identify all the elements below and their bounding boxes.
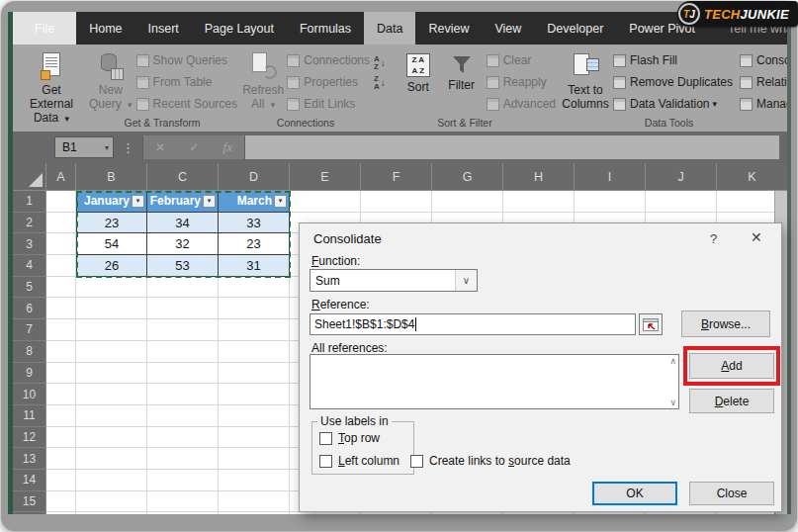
- name-box[interactable]: B1 ▾: [54, 136, 114, 158]
- cell-A10[interactable]: [46, 384, 76, 405]
- filter-dropdown-button[interactable]: ▾: [203, 195, 216, 208]
- column-header-H[interactable]: H: [503, 163, 575, 191]
- tab-page-layout[interactable]: Page Layout: [192, 12, 287, 44]
- create-links-option[interactable]: Create links to source data: [410, 454, 571, 468]
- cell-A15[interactable]: [46, 491, 76, 513]
- cell-B9[interactable]: [76, 363, 147, 385]
- column-header-E[interactable]: E: [290, 163, 361, 191]
- delete-button[interactable]: Delete: [689, 389, 774, 413]
- cell-B8[interactable]: [76, 341, 147, 363]
- dialog-close-icon[interactable]: ✕: [751, 229, 762, 245]
- cell-A2[interactable]: [46, 213, 76, 234]
- cell-B4[interactable]: 26: [76, 255, 147, 277]
- row-header-12[interactable]: 12: [13, 427, 46, 449]
- name-box-dropdown-icon[interactable]: ▾: [105, 143, 109, 152]
- column-header-K[interactable]: K: [717, 163, 787, 191]
- cell-A4[interactable]: [46, 255, 76, 277]
- column-header-F[interactable]: F: [361, 163, 432, 191]
- cell-D4[interactable]: 31: [219, 255, 290, 277]
- filter-big-button[interactable]: Filter: [439, 47, 485, 93]
- get-external-data-button[interactable]: Get External Data ▾: [20, 47, 83, 125]
- sort-descending-button[interactable]: Z A↓: [374, 73, 398, 93]
- cell-B6[interactable]: [76, 298, 147, 319]
- row-header-16[interactable]: 16: [13, 512, 46, 514]
- row-header-15[interactable]: 15: [13, 491, 46, 513]
- cell-A6[interactable]: [46, 298, 76, 319]
- column-header-A[interactable]: A: [46, 163, 76, 191]
- tab-formulas[interactable]: Formulas: [287, 12, 364, 44]
- column-header-G[interactable]: G: [432, 163, 503, 191]
- column-header-J[interactable]: J: [646, 163, 717, 191]
- all-references-listbox[interactable]: ∧ ∨: [310, 354, 679, 409]
- insert-function-icon[interactable]: fx: [223, 139, 232, 155]
- cell-C4[interactable]: 53: [147, 255, 219, 277]
- row-header-9[interactable]: 9: [13, 363, 46, 385]
- row-header-10[interactable]: 10: [13, 384, 46, 405]
- combo-chevron-icon[interactable]: ∨: [455, 270, 477, 291]
- cell-D12[interactable]: [219, 427, 290, 449]
- row-header-5[interactable]: 5: [13, 277, 46, 299]
- column-header-D[interactable]: D: [219, 163, 290, 191]
- cell-B14[interactable]: [76, 470, 147, 491]
- cell-B15[interactable]: [76, 491, 147, 513]
- cell-D7[interactable]: [219, 319, 290, 341]
- cell-I1[interactable]: [575, 191, 646, 213]
- cell-D1[interactable]: March▾: [219, 191, 290, 213]
- cell-G1[interactable]: [432, 191, 503, 213]
- filter-dropdown-button[interactable]: ▾: [132, 195, 144, 208]
- cell-A14[interactable]: [46, 470, 76, 491]
- cell-D14[interactable]: [219, 470, 290, 491]
- cell-D10[interactable]: [219, 384, 290, 405]
- collapse-dialog-button[interactable]: [639, 313, 663, 335]
- cell-C8[interactable]: [147, 341, 219, 363]
- top-row-option[interactable]: Top row: [319, 431, 380, 445]
- data-validation-button[interactable]: Data Validation▾: [611, 93, 738, 115]
- consolidate-button[interactable]: Consolidate: [738, 49, 787, 71]
- cell-A11[interactable]: [46, 405, 76, 427]
- row-header-14[interactable]: 14: [13, 470, 46, 491]
- cell-D8[interactable]: [219, 341, 290, 363]
- cell-C2[interactable]: 34: [147, 213, 219, 234]
- cell-D13[interactable]: [219, 448, 290, 470]
- formula-input[interactable]: [245, 135, 779, 159]
- flash-fill-button[interactable]: Flash Fill: [611, 49, 738, 71]
- cell-E1[interactable]: [290, 191, 361, 213]
- show-queries-button[interactable]: Show Queries: [134, 49, 237, 71]
- tab-data[interactable]: Data: [364, 12, 415, 44]
- left-column-option[interactable]: Left column: [319, 454, 399, 468]
- cell-B11[interactable]: [76, 405, 147, 427]
- tab-review[interactable]: Review: [415, 12, 482, 44]
- cell-C6[interactable]: [147, 298, 219, 319]
- row-header-3[interactable]: 3: [13, 233, 46, 255]
- cell-E16[interactable]: [290, 512, 361, 514]
- cell-D15[interactable]: [219, 491, 290, 513]
- create-links-checkbox[interactable]: [410, 455, 423, 468]
- cell-H16[interactable]: [503, 512, 575, 514]
- edit-links-button[interactable]: Edit Links: [285, 93, 370, 115]
- relationships-button[interactable]: Relationships: [738, 71, 787, 93]
- browse-button[interactable]: Browse...: [681, 310, 770, 337]
- scroll-up-icon[interactable]: ∧: [669, 356, 676, 366]
- cell-D3[interactable]: 23: [219, 233, 290, 255]
- tab-file[interactable]: File: [13, 12, 76, 44]
- row-header-6[interactable]: 6: [13, 298, 46, 319]
- text-to-columns-button[interactable]: Text to Columns: [560, 47, 611, 112]
- cell-B2[interactable]: 23: [76, 213, 147, 234]
- cell-J16[interactable]: [646, 512, 717, 514]
- cell-B13[interactable]: [76, 448, 147, 470]
- cell-A1[interactable]: [46, 191, 76, 213]
- connections-button[interactable]: Connections: [285, 49, 370, 71]
- cell-A13[interactable]: [46, 448, 76, 470]
- cell-A3[interactable]: [46, 233, 76, 255]
- cell-F1[interactable]: [361, 191, 432, 213]
- cell-A8[interactable]: [46, 341, 76, 363]
- column-header-I[interactable]: I: [575, 163, 646, 191]
- cell-C3[interactable]: 32: [147, 233, 219, 255]
- row-header-4[interactable]: 4: [13, 255, 46, 277]
- recent-sources-button[interactable]: Recent Sources: [134, 93, 237, 115]
- cell-F16[interactable]: [361, 512, 432, 514]
- sort-ascending-button[interactable]: A Z↓: [374, 53, 398, 73]
- from-table-button[interactable]: From Table: [134, 71, 237, 93]
- column-header-B[interactable]: B: [76, 163, 147, 191]
- confirm-entry-icon[interactable]: ✓: [189, 140, 199, 154]
